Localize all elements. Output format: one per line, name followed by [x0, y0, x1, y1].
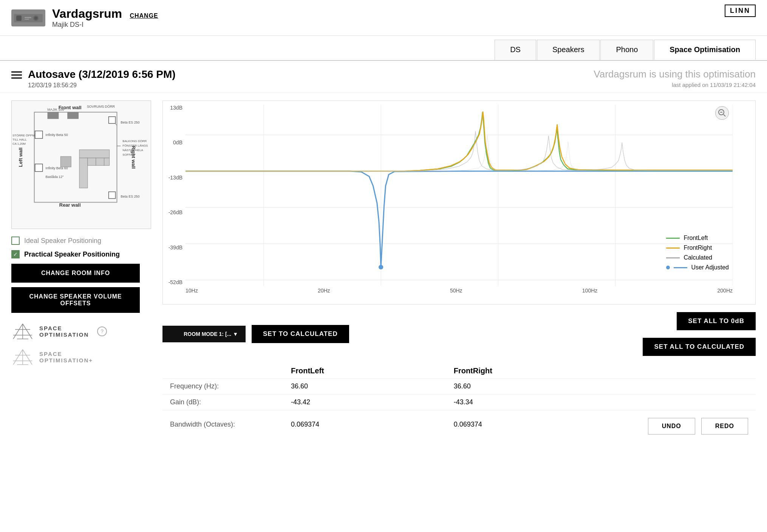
autosave-applied: last applied on 11/03/19 21:42:04 — [594, 82, 756, 88]
legend-ua-label: User Adjusted — [691, 264, 729, 271]
svg-rect-4 — [25, 17, 31, 18]
x-100hz: 100Hz — [582, 288, 597, 294]
ideal-label: Ideal Speaker Positioning — [24, 237, 101, 245]
so-logo-1-row: SPACE OPTIMISATION ? — [11, 322, 162, 341]
so-logo-1-icon — [11, 322, 34, 341]
svg-text:SOFFAN: SOFFAN — [122, 153, 135, 156]
beta-bot-label: Beta ES 250 — [121, 195, 139, 198]
hamburger-menu[interactable] — [11, 71, 22, 79]
so-logo-2-icon — [11, 348, 34, 367]
gain-fl: -43.42 — [283, 394, 446, 410]
right-panel: 13dB 0dB -13dB -26dB -39dB -52dB — [162, 101, 756, 453]
svg-rect-1 — [16, 15, 22, 21]
svg-line-15 — [23, 324, 32, 339]
so-logo-1-text: SPACE OPTIMISATION — [39, 325, 89, 338]
autosave-date: 12/03/19 18:56:29 — [28, 82, 176, 89]
set-all-to-0db-button[interactable]: SET ALL TO 0dB — [677, 312, 756, 330]
change-link[interactable]: CHANGE — [130, 12, 158, 19]
svg-text:TILL HALL: TILL HALL — [12, 138, 27, 141]
header: Vardagsrum CHANGE Majik DS-I LINN — [0, 0, 767, 36]
practical-positioning-row[interactable]: ✓ Practical Speaker Positioning — [11, 250, 162, 258]
table-row: Gain (dB): -43.42 -43.34 — [162, 394, 756, 410]
main-content: Front wall Rear wall Left wall Right wal… — [0, 93, 767, 461]
room-diagram: Front wall Rear wall Left wall Right wal… — [11, 101, 151, 229]
legend-frontleft-label: FrontLeft — [683, 235, 708, 241]
table-row: Bandwidth (Octaves): 0.069374 0.069374 U… — [162, 410, 756, 439]
redo-button[interactable]: REDO — [701, 418, 748, 435]
sofa-left — [79, 158, 88, 188]
bw-fr: 0.069374 — [446, 410, 627, 439]
room-mode-dropdown[interactable]: ROOM MODE 1: [... ▼ — [162, 326, 246, 342]
practical-checkbox[interactable]: ✓ — [11, 250, 20, 258]
so-label-2b: OPTIMISATION+ — [39, 357, 93, 363]
svg-line-20 — [13, 350, 23, 365]
left-panel: Front wall Rear wall Left wall Right wal… — [11, 101, 162, 453]
legend-frontleft: FrontLeft — [666, 235, 729, 241]
x-axis: 10Hz 20Hz 50Hz 100Hz 200Hz — [186, 285, 733, 304]
tab-speakers[interactable]: Speakers — [537, 40, 600, 60]
sofa-top — [79, 150, 110, 158]
bw-label: Bandwidth (Octaves): — [162, 410, 283, 439]
table-header-row: FrontLeft FrontRight — [162, 363, 756, 379]
svg-rect-5 — [25, 19, 29, 20]
sofa-seg2 — [88, 158, 96, 165]
ideal-checkbox[interactable] — [11, 237, 20, 245]
legend-calculated: Calculated — [666, 254, 729, 261]
set-all-to-calculated-button[interactable]: SET ALL TO CALCULATED — [643, 338, 756, 356]
so-logo-2-row: SPACE OPTIMISATION+ — [11, 348, 162, 367]
col-header-label — [162, 363, 283, 379]
so-help-icon[interactable]: ? — [97, 326, 107, 336]
svg-text:FÖNSTER LÄNGS: FÖNSTER LÄNGS — [122, 144, 148, 147]
device-image — [11, 9, 45, 26]
legend-user-adjusted: User Adjusted — [666, 264, 729, 271]
autosave-status: Vardagsrum is using this optimisation — [594, 68, 756, 80]
autosave-right: Vardagsrum is using this optimisation la… — [594, 68, 756, 88]
so-logo-2-text: SPACE OPTIMISATION+ — [39, 351, 93, 363]
data-table: FrontLeft FrontRight Frequency (Hz): 36.… — [162, 363, 756, 438]
x-10hz: 10Hz — [186, 288, 198, 294]
undo-button[interactable]: UNDO — [648, 418, 695, 435]
bw-actions: UNDO REDO — [627, 410, 756, 439]
y-label-n26: -26dB — [169, 209, 182, 215]
col-header-actions — [627, 363, 756, 379]
bottom-panel: ROOM MODE 1: [... ▼ SET TO CALCULATED SE… — [162, 312, 756, 453]
svg-line-21 — [23, 350, 32, 365]
change-speaker-volume-button[interactable]: CHANGE SPEAKER VOLUME OFFSETS — [11, 287, 140, 313]
gain-actions — [627, 394, 756, 410]
legend-frontright-line — [666, 247, 680, 249]
freq-fl: 36.60 — [283, 379, 446, 394]
speaker-left-top — [35, 131, 43, 139]
majik-label: MAJIK 109 — [48, 108, 64, 111]
tab-ds[interactable]: DS — [495, 40, 536, 60]
freq-actions — [627, 379, 756, 394]
svg-point-37 — [379, 265, 383, 269]
x-50hz: 50Hz — [450, 288, 462, 294]
speaker-left-bottom — [35, 164, 43, 172]
bw-fl: 0.069374 — [283, 410, 446, 439]
sofa-seg3 — [96, 158, 104, 165]
autosave-title: Autosave (3/12/2019 6:56 PM) — [28, 68, 176, 80]
ideal-positioning-row[interactable]: Ideal Speaker Positioning — [11, 237, 162, 245]
autosave-left: Autosave (3/12/2019 6:56 PM) 12/03/19 18… — [11, 68, 176, 89]
x-20hz: 20Hz — [318, 288, 330, 294]
tab-phono[interactable]: Phono — [600, 40, 653, 60]
svg-point-3 — [34, 17, 37, 20]
balkong-label: BALKONG DÖRR — [122, 139, 147, 143]
change-room-info-button[interactable]: CHANGE ROOM INFO — [11, 264, 140, 283]
legend-frontright: FrontRight — [666, 244, 729, 251]
tab-space-optimisation[interactable]: Space Optimisation — [654, 40, 756, 60]
device-name: Vardagsrum — [52, 7, 122, 20]
zoom-out-button[interactable] — [715, 106, 729, 120]
autosave-info: Autosave (3/12/2019 6:56 PM) 12/03/19 18… — [28, 68, 176, 89]
col-header-frontleft: FrontLeft — [283, 363, 446, 379]
so-label-1b: OPTIMISATION — [39, 331, 89, 338]
device-rack — [60, 156, 71, 167]
col-header-frontright: FrontRight — [446, 363, 627, 379]
gain-label: Gain (dB): — [162, 394, 283, 410]
so-label-2: SPACE — [39, 351, 93, 357]
legend-calculated-line — [666, 257, 680, 258]
table-row: Frequency (Hz): 36.60 36.60 — [162, 379, 756, 394]
set-to-calculated-button[interactable]: SET TO CALCULATED — [252, 325, 349, 343]
nav-tabs: DS Speakers Phono Space Optimisation — [0, 40, 767, 61]
freq-label: Frequency (Hz): — [162, 379, 283, 394]
